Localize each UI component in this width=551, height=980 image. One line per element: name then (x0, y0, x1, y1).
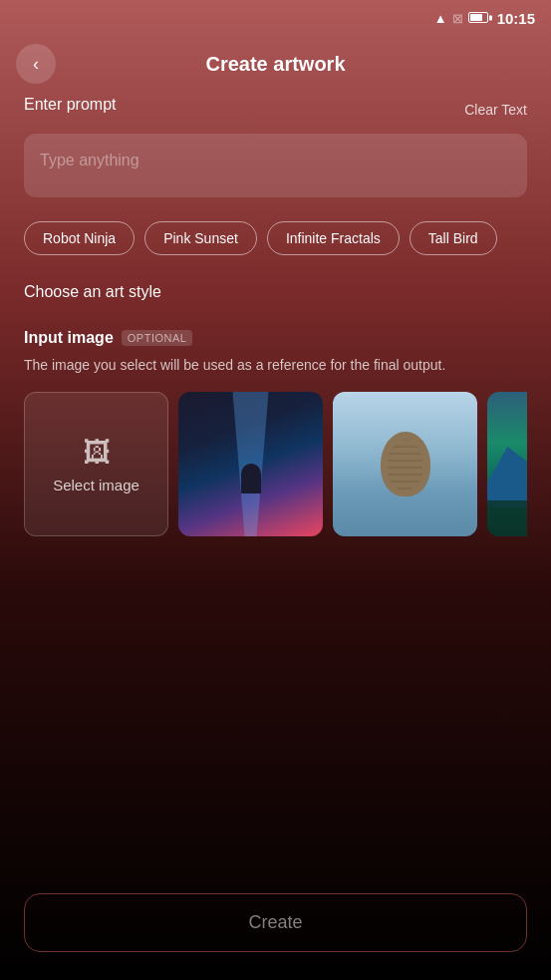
chip-infinite-fractals[interactable]: Infinite Fractals (267, 221, 400, 255)
prompt-label: Enter prompt (24, 96, 116, 114)
art-style-section: Choose an art style (24, 283, 527, 301)
time-display: 10:15 (497, 10, 535, 27)
chip-tall-bird[interactable]: Tall Bird (410, 221, 497, 255)
image-add-icon: 🖼 (83, 436, 111, 469)
chip-pink-sunset[interactable]: Pink Sunset (144, 221, 257, 255)
clear-text-button[interactable]: Clear Text (464, 102, 527, 118)
chip-robot-ninja[interactable]: Robot Ninja (24, 221, 135, 255)
create-button-wrapper: Create (24, 893, 527, 952)
battery-icon (468, 9, 488, 27)
prompt-input[interactable] (24, 134, 527, 197)
art-style-label: Choose an art style (24, 283, 161, 300)
optional-badge: OPTIONAL (122, 330, 193, 346)
wifi-icon: ▲ (434, 11, 447, 26)
status-icons: ▲ ⊠ 10:15 (434, 9, 535, 27)
create-button[interactable]: Create (24, 893, 527, 952)
image-grid: 🖼 Select image (24, 392, 527, 536)
input-image-description: The image you select will be used as a r… (24, 355, 527, 376)
back-button[interactable]: ‹ (16, 44, 56, 84)
page-title: Create artwork (56, 53, 495, 76)
status-bar: ▲ ⊠ 10:15 (0, 0, 551, 36)
select-image-label: Select image (53, 477, 139, 493)
input-image-label: Input image (24, 329, 114, 347)
input-image-header: Input image OPTIONAL (24, 329, 527, 347)
image-thumb-escalator[interactable] (178, 392, 323, 536)
style-chips-row: Robot Ninja Pink Sunset Infinite Fractal… (24, 221, 527, 259)
main-content: Enter prompt Clear Text Robot Ninja Pink… (0, 96, 551, 536)
header: ‹ Create artwork (0, 36, 551, 96)
image-thumb-owl[interactable] (333, 392, 477, 536)
prompt-header: Enter prompt Clear Text (24, 96, 527, 124)
back-icon: ‹ (33, 54, 39, 75)
select-image-button[interactable]: 🖼 Select image (24, 392, 168, 536)
input-image-section: Input image OPTIONAL The image you selec… (24, 329, 527, 536)
signal-icon: ⊠ (452, 11, 463, 26)
image-thumb-nature[interactable] (487, 392, 527, 536)
